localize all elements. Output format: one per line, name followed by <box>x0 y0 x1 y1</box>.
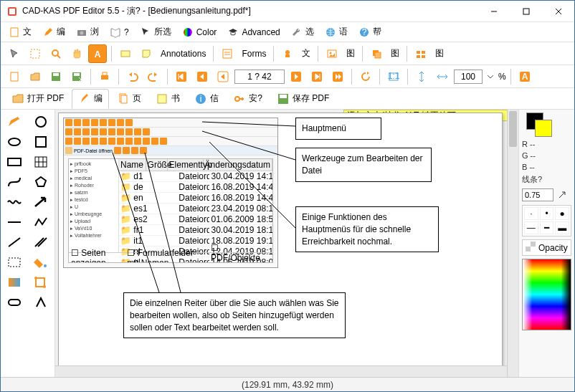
zoom-dropdown-button[interactable] <box>485 67 496 86</box>
style-dot-l[interactable]: ● <box>555 207 569 220</box>
pic-menu-2[interactable]: 图 <box>388 46 402 61</box>
tab-bookmarks[interactable]: 书 <box>149 89 186 109</box>
annotation-tool-2[interactable] <box>137 44 156 63</box>
menu-lang[interactable]: 语 <box>321 24 351 40</box>
new-file-button[interactable] <box>5 67 24 86</box>
parallel-lines-tool[interactable] <box>29 233 53 252</box>
hline-tool[interactable] <box>2 213 27 231</box>
fit-width-button[interactable] <box>433 67 452 86</box>
curve-tool[interactable] <box>2 173 27 191</box>
pic-tool-2[interactable] <box>367 44 386 63</box>
color-swatches[interactable] <box>522 113 571 137</box>
menu-help2[interactable]: ?帮 <box>355 24 384 40</box>
text-tool[interactable]: A <box>88 44 107 63</box>
menu-options[interactable]: 选 <box>288 24 317 40</box>
pic-tool-3[interactable] <box>412 44 430 63</box>
arrow-tool[interactable] <box>29 193 53 211</box>
polyline-tool[interactable] <box>29 213 53 231</box>
minimize-button[interactable] <box>477 1 510 22</box>
vertical-scrollbar[interactable] <box>507 110 518 377</box>
menu-help-book[interactable]: ? <box>106 24 132 40</box>
page-back-button[interactable] <box>214 67 232 86</box>
prev-page-button[interactable] <box>193 67 212 86</box>
page-input[interactable] <box>234 70 285 84</box>
background-swatch[interactable] <box>535 120 552 137</box>
tab-save-pdf[interactable]: 保存 PDF <box>270 89 336 109</box>
actual-size-button[interactable]: 1:1 <box>384 67 403 86</box>
menubar: 文 编 浏 ? 所选 Color Advanced 选 语 ?帮 <box>1 22 574 42</box>
open-file-button[interactable] <box>26 67 44 86</box>
gradient-tool[interactable] <box>2 273 27 292</box>
tab-pages[interactable]: 页 <box>110 89 148 109</box>
style-line-3[interactable]: ▬ <box>555 221 569 234</box>
save-button[interactable] <box>47 67 65 86</box>
menu-tools[interactable]: 浏 <box>72 24 102 40</box>
close-button[interactable] <box>542 1 574 22</box>
annotation-tool-1[interactable] <box>116 44 135 63</box>
tab-open-pdf[interactable]: 打开 PDF <box>5 89 70 109</box>
undo-button[interactable] <box>123 67 142 86</box>
tab-edit[interactable]: 编 <box>72 89 109 109</box>
opacity-button[interactable]: Opacity <box>522 239 571 256</box>
style-dot-m[interactable]: • <box>540 207 554 220</box>
chevron-tool[interactable] <box>29 293 53 312</box>
tab-info[interactable]: i信 <box>188 89 225 109</box>
pan-tool[interactable] <box>67 44 86 63</box>
canvas[interactable]: 添加文本(按住 ALT 键不放可 PDF-Datei öffnen ▸ prfb… <box>55 110 518 377</box>
wave-tool[interactable] <box>2 193 27 211</box>
line-tool[interactable] <box>2 233 27 252</box>
zoom-input[interactable] <box>454 70 483 84</box>
zoom-tool[interactable] <box>47 44 65 63</box>
polygon-tool[interactable] <box>29 173 53 191</box>
maximize-button[interactable] <box>510 1 542 22</box>
rotate-button[interactable] <box>356 67 375 86</box>
horizontal-scrollbar[interactable] <box>55 365 507 377</box>
scrollbar-thumb[interactable] <box>509 111 517 147</box>
color-spectrum[interactable] <box>522 259 571 330</box>
forms-tool[interactable] <box>218 44 237 63</box>
pic-menu-1[interactable]: 图 <box>343 46 358 61</box>
menu-file[interactable]: 文 <box>5 24 34 40</box>
menu-select[interactable]: 所选 <box>136 24 174 40</box>
tab-security[interactable]: 安? <box>227 89 269 109</box>
marquee-tool[interactable] <box>2 253 27 272</box>
square-tool[interactable] <box>29 133 53 151</box>
svg-rect-30 <box>11 72 18 81</box>
last-page-button[interactable] <box>328 67 347 86</box>
crop-tool[interactable] <box>29 273 53 292</box>
forms-dropdown[interactable]: Forms <box>239 47 269 60</box>
stamp-tool[interactable] <box>278 44 297 63</box>
menu-edit[interactable]: 编 <box>39 24 68 40</box>
rounded-rect-tool[interactable] <box>2 293 27 312</box>
save-as-button[interactable] <box>67 67 86 86</box>
style-line-2[interactable]: ━ <box>540 221 554 234</box>
linewidth-picker-button[interactable] <box>555 188 569 202</box>
pic-menu-3[interactable]: 图 <box>432 46 447 61</box>
first-page-button[interactable] <box>172 67 191 86</box>
menu-advanced[interactable]: Advanced <box>224 24 282 40</box>
select-rect-tool[interactable] <box>26 44 44 63</box>
pointer-tool[interactable] <box>5 44 24 63</box>
menu-color[interactable]: Color <box>179 24 220 40</box>
style-dot-s[interactable]: · <box>524 207 538 220</box>
next-page-button[interactable] <box>308 67 326 86</box>
text-menu[interactable]: 文 <box>299 46 313 61</box>
brush-tool[interactable] <box>2 113 27 131</box>
rect-tool[interactable] <box>2 153 27 171</box>
fill-tool[interactable] <box>29 253 53 272</box>
pic-tool-1[interactable] <box>323 44 341 63</box>
style-line-1[interactable]: ― <box>524 221 538 234</box>
svg-text:A: A <box>521 72 528 82</box>
print-button[interactable] <box>95 67 114 86</box>
pdf-page[interactable]: PDF-Datei öffnen ▸ prfbook▸ PDF5▸ medica… <box>58 113 503 371</box>
redo-button[interactable] <box>144 67 163 86</box>
grid-tool[interactable] <box>29 153 53 171</box>
page-forward-button[interactable] <box>287 67 305 86</box>
fit-height-button[interactable] <box>412 67 431 86</box>
ellipse-tool[interactable] <box>2 133 27 151</box>
linewidth-input[interactable] <box>522 188 553 201</box>
circle-tool[interactable] <box>29 113 53 131</box>
text-highlight-button[interactable]: A <box>515 67 534 86</box>
annotations-dropdown[interactable]: Annotations <box>158 47 209 60</box>
tab-open-pdf-label: 打开 PDF <box>27 92 64 105</box>
